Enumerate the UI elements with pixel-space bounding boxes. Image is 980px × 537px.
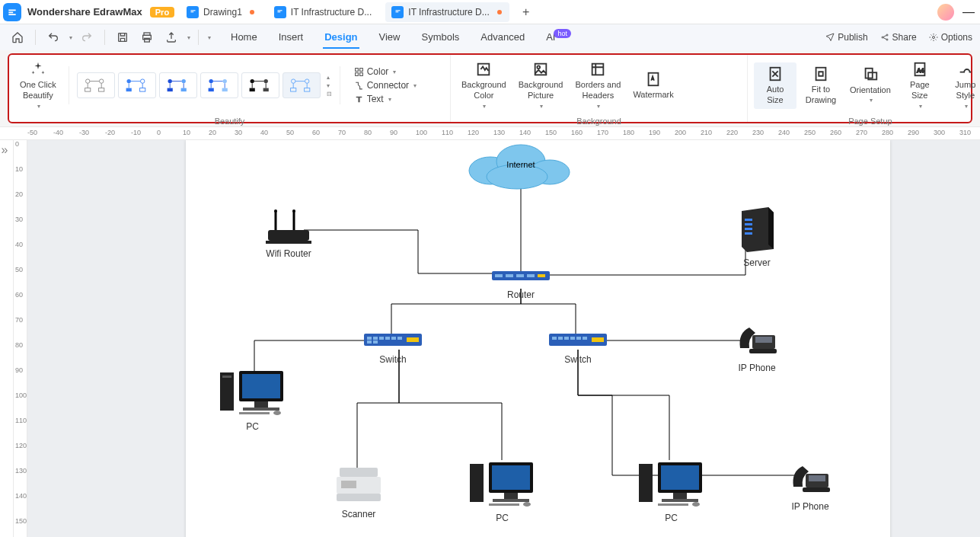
- svg-point-60: [274, 209, 277, 213]
- text-dropdown[interactable]: Text▾: [354, 94, 417, 104]
- theme-more[interactable]: ⊟: [327, 91, 332, 97]
- print-button[interactable]: [137, 27, 157, 47]
- svg-rect-100: [243, 408, 279, 411]
- svg-rect-66: [506, 274, 513, 277]
- menu-design[interactable]: Design: [323, 27, 359, 49]
- svg-rect-65: [495, 274, 503, 277]
- color-dropdown[interactable]: Color▾: [354, 66, 417, 77]
- tab-drawing1[interactable]: Drawing1: [180, 2, 262, 22]
- svg-rect-24: [167, 88, 172, 92]
- tab-label: IT Infrastructure D...: [408, 7, 489, 18]
- pc-3-node[interactable]: PC: [635, 456, 707, 523]
- undo-dropdown[interactable]: ▾: [69, 34, 72, 41]
- switch-1-node[interactable]: Switch: [362, 332, 423, 365]
- svg-point-34: [291, 79, 295, 83]
- svg-rect-39: [359, 69, 362, 72]
- redo-button[interactable]: [77, 27, 97, 47]
- svg-rect-119: [658, 503, 688, 506]
- tab-it-infra-2[interactable]: IT Infrastructure D...: [385, 2, 509, 22]
- theme-thumb-2[interactable]: [118, 72, 156, 98]
- svg-rect-63: [266, 241, 311, 244]
- svg-rect-73: [745, 232, 752, 235]
- fit-to-drawing-button[interactable]: Fit to Drawing: [800, 62, 842, 109]
- theme-thumb-3[interactable]: [159, 72, 197, 98]
- menu-advanced[interactable]: Advanced: [479, 27, 526, 49]
- export-button[interactable]: [161, 27, 181, 47]
- svg-rect-93: [755, 337, 772, 343]
- svg-rect-36: [290, 88, 295, 92]
- menu-insert[interactable]: Insert: [277, 27, 305, 49]
- svg-rect-103: [340, 468, 378, 477]
- svg-rect-6: [119, 34, 127, 42]
- doc-icon: [187, 6, 199, 18]
- theme-up[interactable]: ▴: [327, 74, 332, 81]
- background-color-button[interactable]: Background Color▾: [457, 58, 511, 113]
- svg-rect-90: [583, 337, 587, 340]
- server-node[interactable]: Server: [734, 205, 780, 268]
- save-button[interactable]: [113, 27, 132, 47]
- add-tab-button[interactable]: +: [517, 3, 535, 21]
- svg-point-61: [292, 209, 295, 213]
- node-label: Router: [507, 289, 535, 300]
- menu-home[interactable]: Home: [229, 27, 259, 49]
- drawing-page[interactable]: Internet Wifi Router Router Server Switc…: [186, 140, 890, 537]
- export-dropdown[interactable]: ▾: [187, 34, 190, 41]
- svg-point-18: [126, 79, 130, 83]
- theme-thumb-1[interactable]: [77, 72, 115, 98]
- theme-thumb-6[interactable]: [283, 72, 321, 98]
- svg-rect-38: [355, 69, 358, 72]
- pc-1-node[interactable]: PC: [216, 365, 289, 432]
- theme-down[interactable]: ▾: [327, 82, 332, 89]
- svg-rect-98: [242, 374, 280, 398]
- node-label: Switch: [379, 354, 406, 365]
- qat-customize[interactable]: ▾: [208, 34, 211, 41]
- home-icon[interactable]: [8, 27, 27, 47]
- canvas-area[interactable]: Internet Wifi Router Router Server Switc…: [27, 140, 980, 537]
- svg-rect-112: [489, 503, 519, 506]
- horizontal-ruler: -50-40-30-20-100102030405060708090100110…: [0, 126, 980, 140]
- left-panel-collapsed[interactable]: »: [0, 140, 14, 537]
- wifi-router-node[interactable]: Wifi Router: [262, 207, 315, 259]
- svg-rect-0: [190, 10, 195, 11]
- undo-button[interactable]: [43, 27, 63, 47]
- share-button[interactable]: Share: [880, 32, 917, 43]
- svg-rect-20: [126, 88, 131, 92]
- node-label: Server: [743, 257, 770, 268]
- scanner-node[interactable]: Scanner: [332, 464, 385, 519]
- borders-headers-button[interactable]: Borders and Headers▾: [570, 58, 625, 113]
- modified-dot: [250, 10, 254, 14]
- orientation-button[interactable]: Orientation▾: [845, 63, 895, 108]
- tab-it-infra-1[interactable]: IT Infrastructure D...: [268, 2, 379, 22]
- one-click-beautify-button[interactable]: One Click Beautify▾: [15, 58, 61, 113]
- options-button[interactable]: Options: [929, 32, 972, 43]
- page-size-button[interactable]: A4Page Size▾: [899, 58, 941, 113]
- internet-node[interactable]: Internet: [460, 140, 582, 190]
- svg-rect-21: [139, 88, 145, 92]
- svg-point-102: [273, 411, 281, 415]
- switch-2-node[interactable]: Switch: [547, 332, 608, 365]
- background-picture-button[interactable]: Background Picture▾: [514, 58, 568, 113]
- menu-ai[interactable]: AIhot: [544, 27, 574, 49]
- svg-rect-49: [865, 69, 872, 78]
- user-avatar[interactable]: [937, 4, 954, 21]
- jump-style-button[interactable]: Jump Style▾: [944, 58, 980, 113]
- svg-point-15: [99, 79, 103, 83]
- minimize-button[interactable]: —: [960, 4, 977, 21]
- connector-dropdown[interactable]: Connector▾: [354, 80, 417, 91]
- auto-size-button[interactable]: Auto Size: [754, 62, 796, 109]
- svg-rect-81: [367, 340, 372, 344]
- theme-thumb-4[interactable]: [200, 72, 238, 98]
- modified-dot: [497, 10, 502, 14]
- pc-2-node[interactable]: PC: [466, 456, 538, 523]
- ip-phone-1-node[interactable]: IP Phone: [734, 321, 780, 373]
- svg-rect-41: [359, 73, 362, 76]
- watermark-button[interactable]: Watermark: [628, 68, 678, 103]
- theme-thumb-5[interactable]: [241, 72, 279, 98]
- menu-symbols[interactable]: Symbols: [420, 27, 461, 49]
- svg-rect-5: [395, 11, 398, 12]
- svg-point-14: [85, 79, 89, 83]
- menu-view[interactable]: View: [378, 27, 402, 49]
- ip-phone-2-node[interactable]: IP Phone: [787, 460, 833, 512]
- router-node[interactable]: Router: [490, 270, 551, 300]
- publish-button[interactable]: Publish: [825, 32, 867, 43]
